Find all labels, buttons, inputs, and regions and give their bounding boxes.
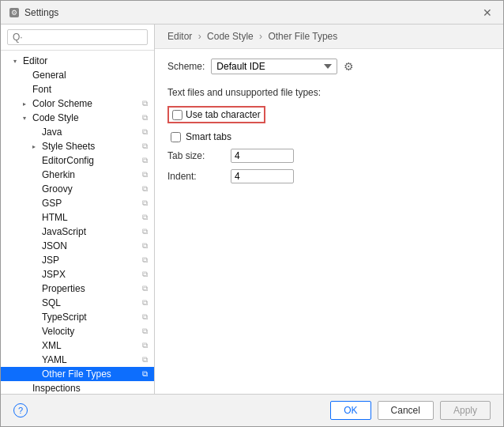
arrow-editor: ▾ xyxy=(13,58,23,65)
settings-window: ⚙ Settings ✕ ▾ Editor General xyxy=(0,0,504,427)
help-button[interactable]: ? xyxy=(13,403,28,418)
sidebar-item-font[interactable]: Font xyxy=(1,82,154,96)
indent-label: Indent: xyxy=(167,171,231,182)
copy-icon-sql: ⧉ xyxy=(142,298,148,308)
copy-icon-other-file-types: ⧉ xyxy=(142,369,148,379)
sidebar-label-yaml: YAML xyxy=(42,354,139,365)
tab-size-input[interactable] xyxy=(231,149,294,163)
cancel-button[interactable]: Cancel xyxy=(378,401,434,420)
smart-tabs-label: Smart tabs xyxy=(186,131,231,142)
copy-icon-xml: ⧉ xyxy=(142,341,148,350)
copy-icon-yaml: ⧉ xyxy=(142,355,148,365)
indent-input[interactable] xyxy=(231,169,294,183)
window-title: Settings xyxy=(24,7,58,18)
copy-icon-json: ⧉ xyxy=(142,241,148,251)
scheme-select[interactable]: Default IDE Project xyxy=(211,59,337,74)
use-tab-checkbox[interactable] xyxy=(172,110,182,120)
sidebar-item-properties[interactable]: Properties ⧉ xyxy=(1,282,154,296)
copy-icon-editorconfig: ⧉ xyxy=(142,156,148,165)
sidebar-item-html[interactable]: HTML ⧉ xyxy=(1,210,154,225)
scheme-label: Scheme: xyxy=(167,61,205,72)
copy-icon-code-style: ⧉ xyxy=(142,113,148,123)
copy-icon-java: ⧉ xyxy=(142,127,148,137)
smart-tabs-label-wrapper[interactable]: Smart tabs xyxy=(171,131,231,142)
title-bar: ⚙ Settings ✕ xyxy=(1,1,503,25)
sidebar-label-velocity: Velocity xyxy=(42,326,139,337)
sidebar-label-gherkin: Gherkin xyxy=(42,169,139,180)
sidebar-item-editorconfig[interactable]: EditorConfig ⧉ xyxy=(1,153,154,168)
sidebar-label-html: HTML xyxy=(42,212,139,223)
sidebar-item-groovy[interactable]: Groovy ⧉ xyxy=(1,182,154,196)
sidebar-label-sql: SQL xyxy=(42,297,139,308)
sidebar-item-xml[interactable]: XML ⧉ xyxy=(1,338,154,353)
close-button[interactable]: ✕ xyxy=(480,6,495,19)
sidebar-item-velocity[interactable]: Velocity ⧉ xyxy=(1,324,154,338)
sidebar-item-other-file-types[interactable]: Other File Types ⧉ xyxy=(1,367,154,381)
sidebar-item-typescript[interactable]: TypeScript ⧉ xyxy=(1,310,154,324)
sidebar-item-code-style[interactable]: ▾ Code Style ⧉ xyxy=(1,111,154,125)
ok-button[interactable]: OK xyxy=(330,401,370,420)
gear-icon[interactable]: ⚙ xyxy=(344,60,354,73)
breadcrumb-sep-1: › xyxy=(198,31,201,42)
section-title: Text files and unsupported file types: xyxy=(167,87,491,98)
use-tab-row: Use tab character xyxy=(167,104,491,125)
breadcrumb-code-style: Code Style xyxy=(207,31,254,42)
breadcrumb-sep-2: › xyxy=(259,31,262,42)
main-panel: Editor › Code Style › Other File Types S… xyxy=(155,25,503,394)
copy-icon-typescript: ⧉ xyxy=(142,312,148,322)
sidebar-label-groovy: Groovy xyxy=(42,183,139,195)
use-tab-label-wrapper[interactable]: Use tab character xyxy=(167,106,265,123)
copy-icon-groovy: ⧉ xyxy=(142,184,148,194)
use-tab-label: Use tab character xyxy=(186,109,261,120)
copy-icon-html: ⧉ xyxy=(142,213,148,222)
sidebar-item-general[interactable]: General xyxy=(1,68,154,82)
sidebar-item-sql[interactable]: SQL ⧉ xyxy=(1,296,154,310)
smart-tabs-checkbox[interactable] xyxy=(171,132,181,142)
sidebar-item-gherkin[interactable]: Gherkin ⧉ xyxy=(1,168,154,182)
copy-icon-jspx: ⧉ xyxy=(142,270,148,279)
copy-icon-velocity: ⧉ xyxy=(142,327,148,336)
sidebar-label-javascript: JavaScript xyxy=(42,226,139,237)
sidebar-label-java: Java xyxy=(42,127,139,138)
sidebar-item-java[interactable]: Java ⧉ xyxy=(1,125,154,139)
sidebar-label-general: General xyxy=(32,70,148,81)
button-group: OK Cancel Apply xyxy=(330,401,491,420)
sidebar-item-json[interactable]: JSON ⧉ xyxy=(1,239,154,253)
sidebar-label-jspx: JSPX xyxy=(42,269,139,280)
arrow-style-sheets: ▸ xyxy=(32,143,42,150)
svg-text:⚙: ⚙ xyxy=(11,9,17,17)
sidebar-item-color-scheme[interactable]: ▸ Color Scheme ⧉ xyxy=(1,96,154,111)
main-content: Scheme: Default IDE Project ⚙ Text files… xyxy=(155,49,503,394)
copy-icon-style-sheets: ⧉ xyxy=(142,142,148,151)
indent-row: Indent: xyxy=(167,169,491,183)
breadcrumb: Editor › Code Style › Other File Types xyxy=(155,25,503,49)
smart-tabs-row: Smart tabs xyxy=(167,130,491,144)
arrow-code-style: ▾ xyxy=(23,115,32,122)
copy-icon-color-scheme: ⧉ xyxy=(142,99,148,108)
sidebar-label-font: Font xyxy=(32,84,148,95)
tree: ▾ Editor General Font ▸ Color Scheme xyxy=(1,51,154,394)
sidebar-label-editorconfig: EditorConfig xyxy=(42,155,139,166)
sidebar-item-jspx[interactable]: JSPX ⧉ xyxy=(1,267,154,282)
search-input[interactable] xyxy=(7,29,148,45)
apply-button[interactable]: Apply xyxy=(440,401,491,420)
sidebar-item-jsp[interactable]: JSP ⧉ xyxy=(1,253,154,267)
tab-size-label: Tab size: xyxy=(167,150,231,161)
sidebar-label-json: JSON xyxy=(42,240,139,251)
breadcrumb-other-file-types: Other File Types xyxy=(268,31,337,42)
sidebar-item-editor[interactable]: ▾ Editor xyxy=(1,54,154,68)
scheme-row: Scheme: Default IDE Project ⚙ xyxy=(167,59,491,74)
sidebar-item-style-sheets[interactable]: ▸ Style Sheets ⧉ xyxy=(1,139,154,153)
sidebar-item-yaml[interactable]: YAML ⧉ xyxy=(1,353,154,367)
copy-icon-jsp: ⧉ xyxy=(142,255,148,265)
sidebar-item-gsp[interactable]: GSP ⧉ xyxy=(1,196,154,210)
copy-icon-gherkin: ⧉ xyxy=(142,170,148,179)
breadcrumb-editor: Editor xyxy=(167,31,192,42)
sidebar-label-typescript: TypeScript xyxy=(42,312,139,323)
sidebar-item-inspections[interactable]: Inspections xyxy=(1,381,154,394)
app-icon: ⚙ xyxy=(9,7,20,18)
sidebar-label-properties: Properties xyxy=(42,283,139,294)
sidebar-label-other-file-types: Other File Types xyxy=(42,368,139,380)
sidebar-label-inspections: Inspections xyxy=(32,383,148,394)
sidebar-item-javascript[interactable]: JavaScript ⧉ xyxy=(1,225,154,239)
